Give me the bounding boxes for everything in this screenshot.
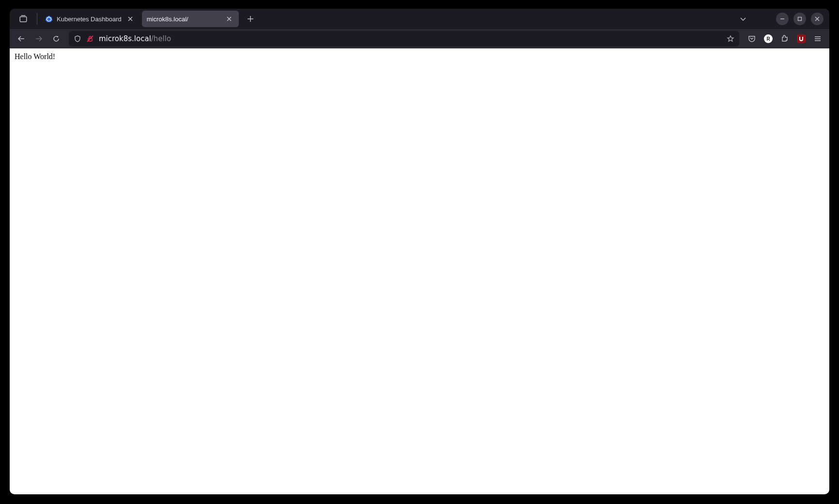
toolbar-icons: R (744, 31, 825, 46)
url-bar[interactable]: microk8s.local/hello (69, 31, 739, 46)
close-icon (815, 16, 820, 21)
back-button[interactable] (14, 31, 29, 46)
reload-button[interactable] (48, 31, 64, 46)
pocket-icon (748, 35, 756, 43)
tab-title: microk8s.local/ (147, 15, 220, 23)
titlebar-separator (37, 13, 37, 25)
url-text: microk8s.local/hello (99, 34, 722, 43)
reload-icon (52, 35, 60, 43)
hamburger-icon (814, 35, 822, 43)
titlebar-left: Kubernetes Dashboard microk8s.local/ (10, 9, 258, 29)
bookmark-star-button[interactable] (727, 35, 734, 43)
app-menu-button[interactable] (810, 31, 825, 46)
minimize-icon (780, 16, 785, 21)
window-controls (776, 13, 823, 25)
url-host: microk8s.local (99, 34, 151, 43)
pocket-button[interactable] (744, 31, 760, 46)
navigation-toolbar: microk8s.local/hello R (10, 29, 829, 48)
close-icon (127, 16, 133, 22)
ublock-badge (797, 34, 806, 43)
maximize-button[interactable] (793, 13, 806, 25)
shield-icon[interactable] (74, 35, 81, 43)
browser-window: Kubernetes Dashboard microk8s.local/ (10, 9, 829, 494)
arrow-right-icon (35, 35, 43, 43)
maximize-icon (797, 16, 802, 21)
forward-button[interactable] (31, 31, 47, 46)
url-path: /hello (151, 34, 171, 43)
star-icon (727, 35, 734, 43)
reader-extension-button[interactable]: R (761, 31, 776, 46)
lock-insecure-icon[interactable] (86, 35, 94, 43)
list-all-tabs-button[interactable] (735, 11, 751, 27)
chevron-down-icon (740, 15, 746, 22)
close-window-button[interactable] (811, 13, 823, 25)
tab-close-button[interactable] (125, 14, 135, 24)
close-icon (226, 16, 232, 22)
ublock-button[interactable] (793, 31, 809, 46)
tab-kubernetes-dashboard[interactable]: Kubernetes Dashboard (40, 11, 140, 27)
plus-icon (247, 15, 254, 22)
tab-close-button[interactable] (224, 14, 234, 24)
kubernetes-icon (45, 15, 53, 23)
puzzle-icon (781, 35, 789, 43)
page-body-text: Hello World! (15, 52, 824, 61)
tab-strip: Kubernetes Dashboard microk8s.local/ (39, 9, 258, 29)
titlebar-right (735, 11, 829, 27)
minimize-button[interactable] (776, 13, 789, 25)
recent-tabs-icon (19, 15, 28, 23)
extensions-button[interactable] (777, 31, 792, 46)
new-tab-button[interactable] (243, 11, 258, 27)
reader-badge: R (764, 34, 773, 43)
svg-rect-4 (798, 17, 802, 21)
arrow-left-icon (17, 35, 25, 43)
ublock-icon (798, 36, 804, 42)
page-content: Hello World! (10, 48, 829, 494)
titlebar: Kubernetes Dashboard microk8s.local/ (10, 9, 829, 29)
tab-microk8s-local[interactable]: microk8s.local/ (142, 11, 239, 27)
svg-rect-0 (20, 17, 27, 22)
tab-title: Kubernetes Dashboard (57, 15, 122, 23)
recent-tabs-button[interactable] (10, 9, 37, 29)
